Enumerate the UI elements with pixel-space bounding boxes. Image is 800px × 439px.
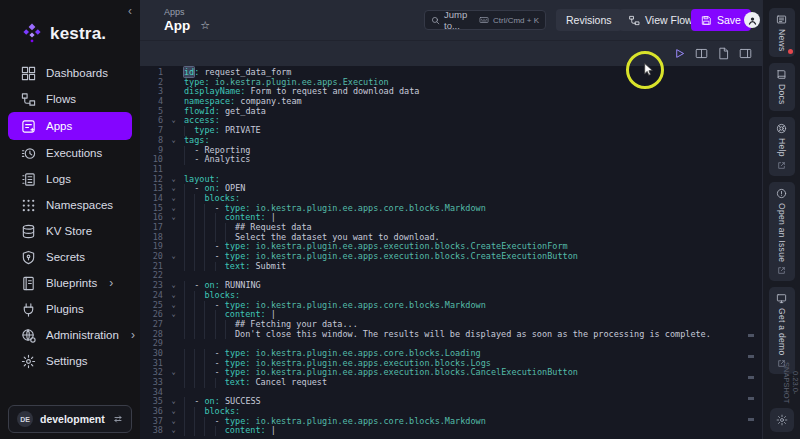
fold-icon[interactable]: ⌄ xyxy=(166,397,181,407)
sidebar-item-secrets[interactable]: Secrets xyxy=(8,244,132,270)
fold-icon[interactable]: ⌄ xyxy=(166,136,181,146)
code-line[interactable]: 11 xyxy=(140,165,762,175)
code-line[interactable]: 16⌄content: | xyxy=(140,213,762,223)
favorite-star-icon[interactable]: ☆ xyxy=(200,19,210,32)
fold-spacer xyxy=(166,146,181,156)
fold-icon[interactable]: ⌄ xyxy=(166,184,181,194)
sidebar-item-kv-store[interactable]: KV Store xyxy=(8,218,132,244)
right-tab-docs[interactable]: Docs xyxy=(769,63,795,111)
kestra-logo[interactable]: kestra. xyxy=(0,0,140,46)
sidebar-item-namespaces[interactable]: Namespaces xyxy=(8,192,132,218)
jump-to-search[interactable]: Jump to... Ctrl/Cmd + K xyxy=(424,10,546,30)
code-text: - Analytics xyxy=(181,155,250,165)
code-line[interactable]: 21text: Submit xyxy=(140,262,762,272)
code-text xyxy=(181,339,184,349)
settings-icon xyxy=(21,354,36,369)
yaml-editor[interactable]: 1id: request_data_form2type: io.kestra.p… xyxy=(140,66,762,439)
fold-icon[interactable]: ⌄ xyxy=(166,281,181,291)
run-icon[interactable] xyxy=(673,47,686,60)
code-line[interactable]: 26⌄content: | xyxy=(140,310,762,320)
indent-guide xyxy=(204,233,214,243)
editor-overview-ruler[interactable] xyxy=(748,66,754,439)
sidebar-item-apps[interactable]: Apps xyxy=(8,112,132,140)
code-line[interactable]: 10- Analytics xyxy=(140,155,762,165)
indent-guide xyxy=(194,262,204,272)
save-button[interactable]: Save xyxy=(691,9,751,31)
swap-environment-icon xyxy=(112,413,124,425)
fold-icon[interactable]: ⌄ xyxy=(166,426,181,436)
code-line[interactable]: 33text: Cancel request xyxy=(140,378,762,388)
indent-guide xyxy=(204,320,214,330)
fold-spacer xyxy=(166,349,181,359)
breadcrumb[interactable]: Apps xyxy=(164,7,210,17)
code-line[interactable]: 7type: PRIVATE xyxy=(140,126,762,136)
right-tab-news[interactable]: News xyxy=(769,8,795,57)
revisions-button[interactable]: Revisions xyxy=(556,9,622,31)
indent-guide xyxy=(184,146,194,156)
sidebar-item-dashboards[interactable]: Dashboards xyxy=(8,60,132,86)
fold-icon[interactable]: ⌄ xyxy=(166,301,181,311)
indent-guide xyxy=(194,204,204,214)
sidebar-item-plugins[interactable]: Plugins xyxy=(8,296,132,322)
fold-icon[interactable]: ⌄ xyxy=(166,417,181,427)
sidebar-collapse-icon[interactable]: ‹ xyxy=(128,4,132,18)
sidebar-item-settings[interactable]: Settings xyxy=(8,348,132,374)
split-view-icon[interactable] xyxy=(695,47,708,60)
environment-switcher[interactable]: DE development xyxy=(8,405,132,433)
fold-icon[interactable]: ⌄ xyxy=(166,194,181,204)
right-tab-label: Open an Issue xyxy=(777,203,787,262)
code-text: text: Submit xyxy=(181,262,286,272)
sidebar-item-logs[interactable]: Logs xyxy=(8,166,132,192)
right-tab-label: Get a demo xyxy=(777,308,787,355)
panel-icon[interactable] xyxy=(739,47,752,60)
indent-guide xyxy=(194,407,204,417)
indent-guide xyxy=(194,291,204,301)
fold-icon[interactable]: ⌄ xyxy=(166,407,181,417)
sidebar-item-blueprints[interactable]: Blueprints› xyxy=(8,270,132,296)
fold-icon[interactable]: ⌄ xyxy=(166,175,181,185)
plugins-icon xyxy=(21,302,36,317)
settings-gear-button[interactable] xyxy=(770,408,794,432)
left-sidebar: ‹ kestra. DashboardsFlowsAppsExecutionsL… xyxy=(0,0,140,439)
right-tab-help[interactable]: Help xyxy=(769,117,795,176)
sidebar-item-flows[interactable]: Flows xyxy=(8,86,132,112)
sidebar-item-administration[interactable]: Administration› xyxy=(8,322,132,348)
indent-guide xyxy=(194,417,204,427)
code-line[interactable]: 28Don't close this window. The results w… xyxy=(140,330,762,340)
fold-icon[interactable]: ⌄ xyxy=(166,116,181,126)
indent-guide xyxy=(184,233,194,243)
ruler-mark xyxy=(748,376,754,379)
indent-guide xyxy=(215,426,225,436)
indent-guide xyxy=(184,252,194,262)
sidebar-item-label: Dashboards xyxy=(46,67,108,79)
fold-icon[interactable]: ⌄ xyxy=(166,368,181,378)
sidebar-item-executions[interactable]: Executions xyxy=(8,140,132,166)
fold-icon[interactable]: ⌄ xyxy=(166,204,181,214)
indent-guide xyxy=(194,242,204,252)
indent-guide xyxy=(204,213,214,223)
fold-spacer xyxy=(166,262,181,272)
indent-guide xyxy=(194,233,204,243)
file-icon[interactable] xyxy=(717,47,730,60)
indent-guide xyxy=(215,320,225,330)
fold-spacer xyxy=(166,107,181,117)
fold-icon[interactable]: ⌄ xyxy=(166,310,181,320)
code-line[interactable]: 38⌄content: | xyxy=(140,426,762,436)
sidebar-item-label: Blueprints xyxy=(46,277,97,289)
indent-guide xyxy=(225,320,235,330)
fold-icon[interactable]: ⌄ xyxy=(166,213,181,223)
code-line[interactable]: 17## Request data xyxy=(140,223,762,233)
indent-guide xyxy=(204,378,214,388)
user-avatar[interactable] xyxy=(744,12,760,28)
code-area[interactable]: 1id: request_data_form2type: io.kestra.p… xyxy=(140,66,762,436)
code-line[interactable]: 5flowId: get_data xyxy=(140,107,762,117)
right-tab-open-an-issue[interactable]: Open an Issue xyxy=(769,182,795,281)
indent-guide xyxy=(194,310,204,320)
indent-guide xyxy=(184,262,194,272)
right-tab-label: News xyxy=(777,29,787,51)
indent-guide xyxy=(225,223,235,233)
kestra-logo-text: kestra. xyxy=(50,24,106,44)
kestra-app: ‹ kestra. DashboardsFlowsAppsExecutionsL… xyxy=(0,0,800,439)
fold-icon[interactable]: ⌄ xyxy=(166,252,181,262)
fold-icon[interactable]: ⌄ xyxy=(166,291,181,301)
